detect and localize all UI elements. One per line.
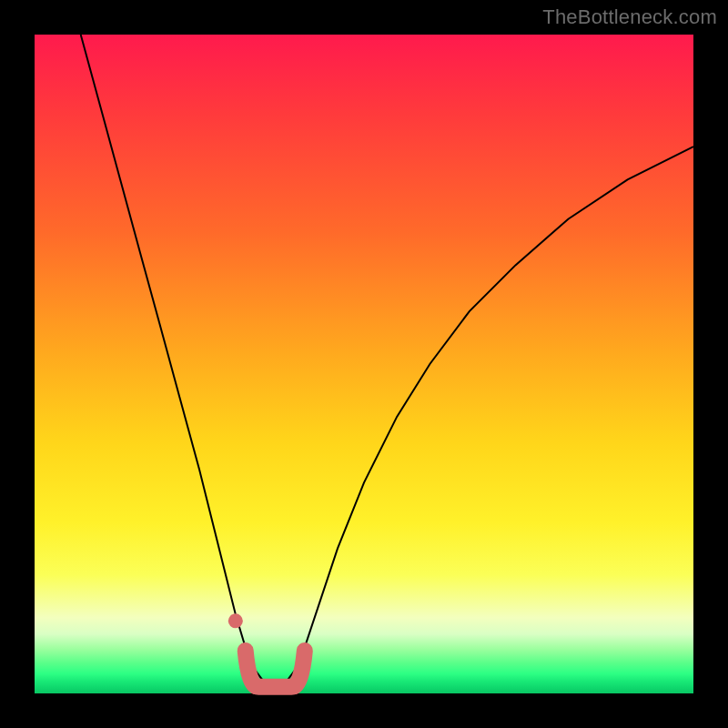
plot-area (35, 35, 693, 693)
chart-svg (35, 35, 693, 693)
highlight-region (246, 651, 305, 687)
bottleneck-curve (81, 35, 693, 687)
highlight-dot (228, 613, 243, 628)
outer-frame: TheBottleneck.com (0, 0, 728, 728)
watermark-text: TheBottleneck.com (542, 5, 717, 29)
